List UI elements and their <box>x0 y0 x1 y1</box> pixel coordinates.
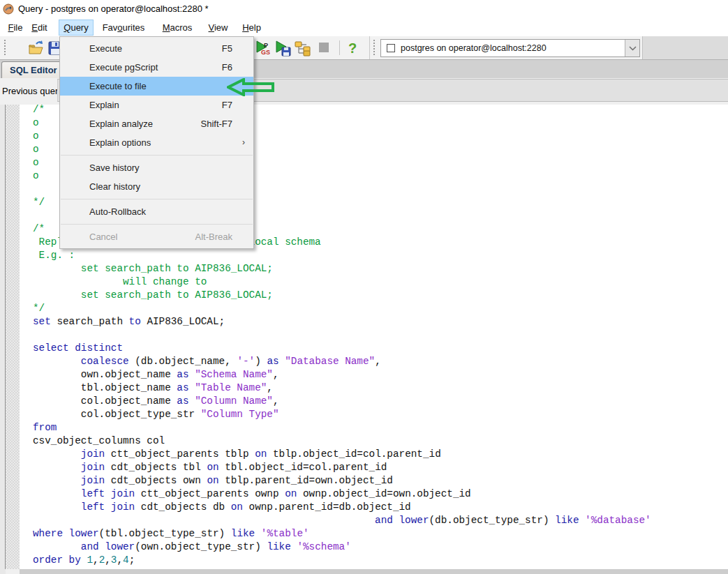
menubar-item-edit[interactable]: Edit <box>24 20 55 36</box>
code-line: will change to <box>33 275 651 289</box>
combo-toolbar-grip <box>373 40 376 55</box>
menu-item-execute[interactable]: ExecuteF5 <box>60 39 253 58</box>
menu-separator <box>61 224 253 225</box>
execute-pgscript-icon[interactable]: P GS <box>254 39 272 57</box>
code-line: coalesce (db.object_name, '-') as "Datab… <box>33 355 651 368</box>
code-line: set search_path to AIP836_LOCAL; <box>33 315 651 328</box>
window-left-edge <box>0 105 5 574</box>
title-bar: Query - postgres on operator@localhost:2… <box>0 0 728 18</box>
menu-shortcut: Shift-F7 <box>200 114 232 133</box>
code-line: and lower(own.object_type_str) like '%sc… <box>33 541 651 554</box>
toolbar-divider <box>369 36 370 59</box>
code-line: from <box>33 421 651 435</box>
menu-item-auto-rollback[interactable]: Auto-Rollback <box>60 202 253 221</box>
svg-text:P: P <box>264 42 268 49</box>
code-line: csv_object_columns col <box>33 435 651 448</box>
toolbar-grip <box>4 40 6 55</box>
menu-separator <box>61 199 253 199</box>
open-file-icon[interactable] <box>27 39 45 57</box>
code-line: col.object_name as "Column Name", <box>33 395 651 408</box>
code-line: select distinct <box>33 342 651 355</box>
menubar-item-view[interactable]: View <box>200 20 236 36</box>
horizontal-scrollbar-corner <box>0 569 6 574</box>
code-line: join cdt_objects tbl on tbl.object_id=co… <box>33 461 651 474</box>
explain-icon[interactable] <box>294 39 312 57</box>
horizontal-scrollbar-thumb[interactable] <box>20 569 728 574</box>
menu-shortcut: F6 <box>222 58 232 77</box>
submenu-arrow-icon: › <box>242 133 245 152</box>
menu-item-explain-analyze[interactable]: Explain analyzeShift-F7 <box>60 114 253 133</box>
svg-text:GS: GS <box>261 49 270 56</box>
menu-shortcut: Alt-Break <box>195 227 232 246</box>
menu-shortcut: F7 <box>222 96 232 114</box>
menu-bar: FileEditQueryFavouritesMacrosViewHelp <box>0 18 728 36</box>
menu-shortcut: F5 <box>222 39 232 58</box>
menu-item-execute-to-file[interactable]: Execute to file <box>60 77 253 96</box>
menubar-item-help[interactable]: Help <box>235 20 269 36</box>
code-line: join cdt_objects own on tblp.parent_id=o… <box>33 474 651 488</box>
query-menu: ExecuteF5Execute pgScriptF6Execute to fi… <box>59 36 254 249</box>
editor-gutter <box>6 105 20 569</box>
help-icon[interactable]: ? <box>343 39 362 57</box>
connection-dropdown-button[interactable] <box>625 40 639 56</box>
menu-item-clear-history[interactable]: Clear history <box>60 177 253 196</box>
connection-checkbox <box>387 44 395 52</box>
window-title: Query - postgres on operator@localhost:2… <box>18 0 209 18</box>
code-line: */ <box>33 302 651 315</box>
toolbar-right-panel <box>642 36 728 59</box>
menu-item-explain-options[interactable]: Explain options› <box>60 133 253 152</box>
chevron-down-icon <box>629 46 637 51</box>
menu-separator <box>61 155 253 156</box>
code-line: set search_path to AIP836_LOCAL; <box>33 262 651 275</box>
menu-item-explain[interactable]: ExplainF7 <box>60 96 253 114</box>
menu-item-execute-pgscript[interactable]: Execute pgScriptF6 <box>60 58 253 77</box>
connection-combobox[interactable]: postgres on operator@localhost:2280 <box>380 39 640 57</box>
connection-value: postgres on operator@localhost:2280 <box>401 40 547 56</box>
code-line: and lower(db.object_type_str) like '%dat… <box>33 514 651 527</box>
code-line: col.object_type_str "Column Type" <box>33 408 651 421</box>
code-line: left join ctt_object_parents ownp on own… <box>33 488 651 501</box>
code-line: join ctt_object_parents tblp on tblp.obj… <box>33 448 651 461</box>
app-icon <box>3 3 14 15</box>
code-line: own.object_name as "Schema Name", <box>33 368 651 382</box>
code-line: E.g. : <box>33 249 651 262</box>
annotation-arrow-icon <box>227 78 276 96</box>
code-line: where lower(tbl.object_type_str) like '%… <box>33 527 651 541</box>
code-line: set search_path to AIP836_LOCAL; <box>33 289 651 302</box>
code-line: tbl.object_name as "Table Name", <box>33 382 651 395</box>
menubar-item-macros[interactable]: Macros <box>154 20 200 36</box>
menubar-item-favourites[interactable]: Favourites <box>95 20 152 36</box>
horizontal-scrollbar[interactable] <box>0 569 728 574</box>
execute-to-file-icon[interactable] <box>274 39 292 57</box>
toolbar-separator <box>339 40 340 55</box>
stop-icon <box>315 39 334 57</box>
code-line: left join cdt_objects db on ownp.parent_… <box>33 501 651 514</box>
code-line <box>33 328 651 342</box>
menubar-item-query[interactable]: Query <box>59 20 94 36</box>
menu-item-save-history[interactable]: Save history <box>60 158 253 177</box>
menu-item-cancel[interactable]: CancelAlt-Break <box>60 227 253 246</box>
code-line: order by 1,2,3,4; <box>33 554 651 567</box>
